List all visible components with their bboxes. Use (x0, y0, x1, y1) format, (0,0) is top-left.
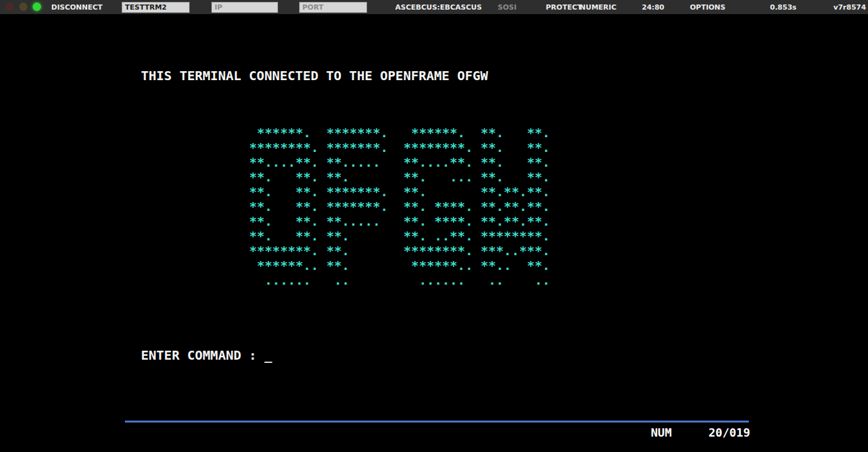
options-button[interactable]: OPTIONS (690, 3, 726, 12)
terminal-name-input[interactable] (122, 2, 190, 13)
sosi-toggle[interactable]: SOSI (498, 3, 516, 12)
protect-toggle[interactable]: PROTECT (546, 3, 582, 12)
num-lock-indicator: NUM (651, 426, 672, 439)
ip-input[interactable] (211, 2, 278, 13)
window-minimize-button[interactable] (19, 3, 28, 11)
command-prompt-label: ENTER COMMAND : (141, 347, 265, 363)
cursor-position-indicator: 20/019 (708, 426, 750, 439)
port-input[interactable] (299, 2, 367, 13)
connection-status-light-icon[interactable] (33, 3, 41, 11)
response-time-indicator: 0.853s (770, 3, 796, 12)
version-label: v7r8574 (833, 3, 866, 12)
codepage-selector[interactable]: ASCEBCUS:EBCASCUS (395, 3, 482, 12)
screen-size-indicator: 24:80 (642, 3, 664, 12)
toolbar: DISCONNECT ASCEBCUS:EBCASCUS SOSI PROTEC… (0, 0, 868, 15)
terminal-title-text: THIS TERMINAL CONNECTED TO THE OPENFRAME… (141, 69, 488, 83)
terminal-screen[interactable]: THIS TERMINAL CONNECTED TO THE OPENFRAME… (0, 14, 868, 452)
openframe-ofgw-ascii-logo: ******. *******. ******. **. **. *******… (249, 126, 550, 288)
window-close-button[interactable] (6, 3, 14, 11)
disconnect-button[interactable]: DISCONNECT (51, 3, 102, 12)
text-cursor: _ (265, 347, 272, 363)
numeric-toggle[interactable]: NUMERIC (580, 3, 616, 12)
status-separator-line (125, 421, 749, 423)
command-prompt-line: ENTER COMMAND : _ (141, 348, 272, 363)
